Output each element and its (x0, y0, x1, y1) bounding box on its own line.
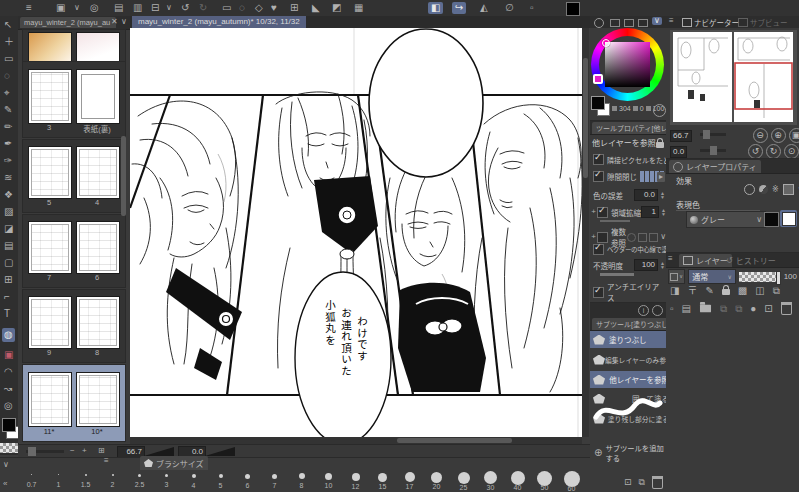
expression-color-dropdown[interactable]: グレー ∨ (686, 211, 766, 228)
edit-pin-icon[interactable]: ✎ (705, 286, 713, 296)
lasso-select-icon[interactable]: ◌ (239, 3, 245, 13)
brush-size-tab[interactable]: ブラシサイズ (140, 456, 208, 470)
page-thumbnail[interactable] (28, 146, 72, 199)
page-thumbnail[interactable] (28, 221, 72, 274)
brush-size-item[interactable]: 8 (288, 473, 315, 489)
undo-icon[interactable]: ↺ (181, 3, 189, 13)
zoom-out-icon[interactable]: − (70, 447, 75, 455)
chevron-down-icon[interactable]: ∨ (74, 4, 80, 12)
navigator-zoom-value[interactable]: 66.7 (670, 130, 692, 142)
expand-selection-icon[interactable]: ▦ (354, 3, 363, 13)
brush-size-item[interactable]: 10 (315, 473, 342, 489)
collapse-all-icon[interactable]: « (3, 480, 7, 488)
rotate-right-icon[interactable]: ↻ (766, 144, 781, 159)
select-all-icon[interactable]: ⊞ (290, 3, 298, 13)
page-thumbnail[interactable] (28, 32, 72, 64)
text-tool-icon[interactable]: T (4, 309, 10, 319)
brush-size-item[interactable]: 3 (153, 474, 180, 488)
main-color-chip[interactable] (2, 418, 16, 432)
tool-property-tab[interactable]: ツールプロパティ[他レイヤーを参照] (592, 122, 670, 134)
canvas[interactable]: 小狐丸を お連れ頂いた わけです (130, 28, 582, 437)
layer-tab[interactable]: レイヤー (679, 254, 732, 267)
combine-icon[interactable]: ⧉ (735, 304, 742, 314)
stepper-icon[interactable]: ▲▼ (660, 191, 665, 199)
navigator-zoom-slider[interactable] (700, 133, 726, 136)
pencil-tool-icon[interactable]: ✏ (4, 122, 12, 132)
close-icon[interactable]: ✕ (111, 18, 118, 26)
color-margin-value[interactable]: 0.0 (634, 189, 658, 201)
brush-size-item[interactable]: 7 (261, 474, 288, 489)
chevron-down-icon[interactable]: ∨ (652, 17, 662, 25)
sv-square[interactable] (605, 42, 650, 87)
balloon-tool-icon[interactable]: ◠ (4, 367, 13, 377)
nav-zoom-in-icon[interactable]: ⊕ (771, 128, 786, 143)
brush-size-item[interactable]: 60 (558, 471, 585, 492)
pen-tool-icon[interactable]: ✎ (4, 105, 12, 115)
set-ruler-icon[interactable]: ◫ (755, 286, 764, 296)
ruler-tool-icon[interactable]: ⌐ (4, 292, 10, 302)
brush-size-item[interactable]: 12 (342, 473, 369, 490)
brush-size-item[interactable]: 40 (504, 471, 531, 491)
chevron-down-icon[interactable]: ∨ (121, 18, 127, 26)
tone-effect-icon[interactable] (759, 185, 768, 194)
thumbnail-size-slider[interactable] (26, 450, 64, 453)
material-tool-icon[interactable]: ▣ (4, 350, 13, 360)
brush-size-item[interactable]: 5 (207, 474, 234, 489)
copy-layer-icon[interactable]: ⧉ (773, 286, 780, 296)
correct-line-tool-icon[interactable]: ↝ (4, 384, 12, 394)
page-thumbnail[interactable] (76, 372, 120, 427)
page-thumbnail[interactable] (28, 296, 72, 349)
navigator-rotate-slider[interactable] (700, 149, 726, 152)
brush-size-item[interactable]: 1 (45, 474, 72, 488)
menu-icon[interactable]: ≡ (668, 255, 673, 263)
opacity-value[interactable]: 100 (634, 259, 658, 271)
brush-size-item[interactable]: 2.5 (126, 474, 153, 488)
nav-fit-icon[interactable]: ▣ (789, 128, 799, 143)
brush-size-item[interactable]: 0.7 (18, 474, 45, 488)
watercolor-tool-icon[interactable]: ✑ (4, 156, 12, 166)
page-manager-tab[interactable]: mayu_winter_2 (mayu_au (20, 17, 116, 28)
move-tool-icon[interactable]: ＋ (4, 37, 14, 47)
canvas-horizontal-scrollbar[interactable] (130, 437, 582, 444)
sv-marker[interactable] (602, 39, 610, 47)
fill-tool-icon[interactable]: ◍ (2, 328, 15, 342)
import-subtool-icon[interactable]: ⊡ (624, 478, 632, 487)
main-color-swatch[interactable] (591, 96, 605, 110)
brush-tool-icon[interactable]: ✒ (4, 139, 12, 149)
operation-tool-icon[interactable]: ↖ (4, 20, 12, 30)
subtool-item-refer-other-layers[interactable]: 他レイヤーを参照 (590, 371, 672, 388)
delete-layer-icon[interactable] (781, 302, 792, 315)
navigator-preview[interactable] (670, 30, 797, 125)
new-raster-layer-icon[interactable]: ▤ (682, 304, 691, 314)
rect-select-icon[interactable]: ▭ (222, 3, 231, 13)
selection-pen-icon[interactable]: ♥ (271, 3, 277, 13)
brush-size-item[interactable]: 15 (369, 473, 396, 490)
page-thumbnail[interactable] (28, 69, 72, 124)
open-file-icon[interactable]: ▥ (133, 3, 142, 13)
border-effect-icon[interactable] (744, 184, 755, 195)
menu-icon[interactable]: ≡ (104, 457, 109, 465)
page-spread-group[interactable]: 7 6 (22, 214, 126, 288)
grid-view-icon[interactable]: ⊞ (98, 447, 105, 455)
lock-layer-icon[interactable] (722, 289, 730, 295)
eyedropper-tool-icon[interactable]: ⌖ (4, 88, 10, 98)
zoom-in-icon[interactable]: + (82, 447, 87, 455)
page-panel-scrollbar[interactable] (121, 136, 126, 216)
page-spread-group[interactable]: 5 4 (22, 139, 126, 213)
collapse-icon[interactable]: ∨ (3, 461, 9, 469)
close-gap-checkbox[interactable]: ✓ (593, 171, 604, 182)
apply-mask-icon[interactable]: ⊡ (764, 304, 772, 314)
menu-icon[interactable]: ≡ (26, 3, 32, 13)
white-draw-chip-selected[interactable] (780, 210, 797, 227)
sub-tool-tab[interactable]: サブツール[塗りつぶし] (592, 318, 670, 330)
new-layer-icon[interactable]: ▫ (670, 304, 674, 314)
zoom-slider[interactable] (144, 447, 174, 456)
expand-plus-icon[interactable]: + (590, 233, 597, 241)
transfer-icon[interactable]: 〒 (687, 286, 697, 296)
color-wheel-tab-icon[interactable] (594, 18, 604, 28)
hue-marker[interactable] (593, 74, 603, 84)
canvas-vertical-scrollbar[interactable] (582, 28, 589, 437)
history-tab[interactable]: ↺ ヒストリー (726, 255, 776, 266)
brush-size-item[interactable]: 25 (450, 472, 477, 491)
page-thumbnail[interactable] (76, 69, 120, 124)
